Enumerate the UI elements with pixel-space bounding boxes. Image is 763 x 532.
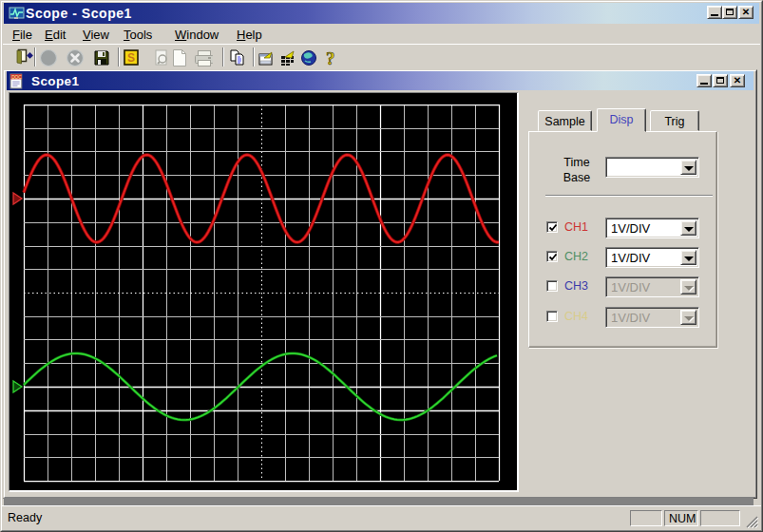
svg-text:?: ? bbox=[326, 48, 335, 67]
svg-text:DOC: DOC bbox=[11, 75, 22, 80]
svg-text:S: S bbox=[127, 51, 135, 65]
